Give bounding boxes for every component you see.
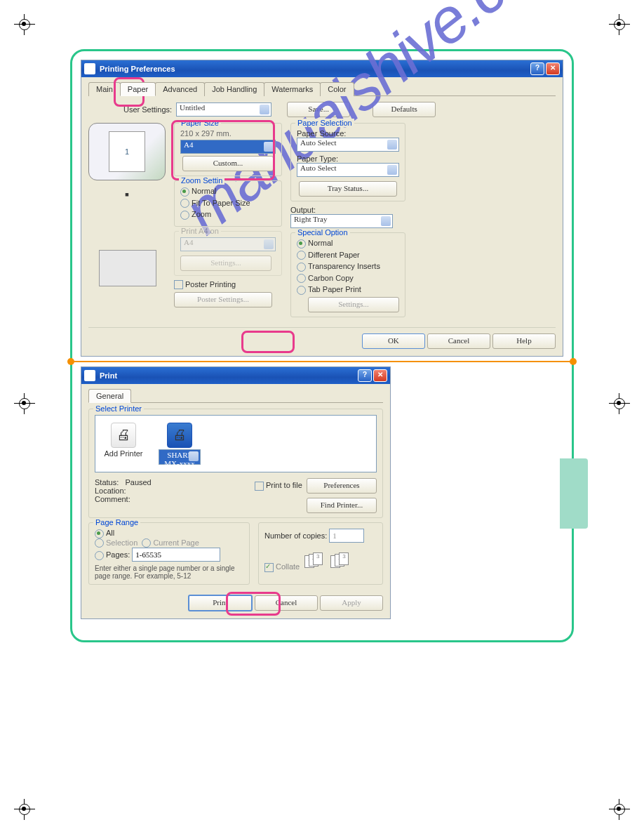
page-range-fieldset: Page Range All Selection Current Page Pa…: [88, 522, 250, 585]
paper-dims: 210 x 297 mm.: [180, 129, 276, 138]
pages-input[interactable]: [132, 548, 220, 562]
tab-advanced[interactable]: Advanced: [155, 82, 205, 96]
print-button[interactable]: Print: [188, 595, 253, 611]
special-normal[interactable]: Normal: [297, 239, 399, 249]
preview-pane: 1 ▪: [88, 123, 166, 322]
apply-button: Apply: [320, 595, 383, 611]
zoom-zoom[interactable]: Zoom: [180, 210, 276, 220]
zoom-fit[interactable]: Fit To Paper Size: [180, 199, 276, 208]
paper-selection-fieldset: Paper Selection Paper Source: Auto Selec…: [290, 123, 405, 201]
help-button-bottom[interactable]: Help: [492, 333, 556, 349]
add-printer-item[interactable]: 🖨 Add Printer: [102, 423, 145, 465]
output-select[interactable]: Right Tray: [290, 214, 393, 228]
comment-label: Comment:: [95, 495, 152, 503]
titlebar: 🖨 Printing Preferences ? ✕: [81, 60, 563, 77]
special-tabpaper[interactable]: Tab Paper Print: [297, 285, 399, 295]
pages-hint: Enter either a single page number or a s…: [95, 564, 243, 580]
zoom-normal[interactable]: Normal: [180, 187, 276, 197]
tab-watermarks[interactable]: Watermarks: [264, 82, 321, 96]
close-button[interactable]: ✕: [546, 62, 560, 75]
paper-size-select[interactable]: A4: [180, 140, 276, 154]
paper-source-select[interactable]: Auto Select: [297, 138, 399, 152]
paper-size-fieldset: Paper Size 210 x 297 mm. A4 Custom...: [174, 123, 282, 176]
location-label: Location:: [95, 486, 152, 495]
collate-check: Collate: [264, 562, 300, 571]
collate-icon: 123: [304, 552, 326, 569]
tab-color[interactable]: Color: [320, 82, 354, 96]
preferences-button[interactable]: Preferences: [307, 478, 377, 494]
printer-icon: 🖨: [84, 63, 95, 74]
printer-icon: 🖨: [84, 370, 95, 381]
orange-divider: [70, 361, 574, 362]
help-button[interactable]: ?: [358, 369, 372, 382]
poster-printing-check[interactable]: Poster Printing: [174, 280, 236, 289]
copies-fieldset: Number of copies: Collate 123 123: [258, 522, 383, 585]
special-transparency[interactable]: Transparency Inserts: [297, 262, 399, 272]
zoom-fieldset: Zoom Settin Normal Fit To Paper Size Zoo…: [174, 180, 282, 227]
special-carbon[interactable]: Carbon Copy: [297, 274, 399, 284]
save-button[interactable]: Save...: [287, 102, 350, 117]
preview-page-num: 1: [109, 131, 145, 172]
range-all[interactable]: All: [95, 529, 114, 537]
paper-type-label: Paper Type:: [297, 154, 399, 163]
special-option-fieldset: Special Option Normal Different Paper Tr…: [290, 232, 405, 317]
collate-icon: 123: [330, 552, 351, 569]
custom-button[interactable]: Custom...: [182, 156, 274, 171]
printer-illustration: [99, 216, 155, 286]
status-label: Status:: [95, 478, 119, 486]
print-window: 🖨 Print ? ✕ General Select Printer 🖨 Add…: [81, 366, 391, 619]
close-button[interactable]: ✕: [373, 369, 387, 382]
print-to-file-check[interactable]: Print to file: [255, 481, 302, 489]
status-value: Paused: [125, 478, 151, 486]
tabs: Main Paper Advanced Job Handling Waterma…: [88, 81, 556, 96]
range-pages[interactable]: Pages:: [95, 550, 130, 559]
paper-source-label: Paper Source:: [297, 129, 399, 138]
printer-item-sharp[interactable]: 🖨 SHARP MX-xxxx: [159, 423, 201, 465]
select-printer-fieldset: Select Printer 🖨 Add Printer 🖨 SHARP MX-…: [88, 409, 383, 518]
poster-settings-button: Poster Settings...: [174, 292, 272, 307]
output-label: Output:: [290, 206, 405, 214]
print-on-settings-button: Settings...: [180, 256, 271, 271]
paper-type-select[interactable]: Auto Select: [297, 163, 399, 177]
range-selection: Selection: [95, 538, 137, 547]
ok-button[interactable]: OK: [362, 333, 425, 349]
special-settings-button: Settings...: [308, 297, 399, 312]
window-title: Print: [100, 371, 117, 380]
cancel-button[interactable]: Cancel: [427, 333, 490, 349]
tab-paper[interactable]: Paper: [120, 82, 156, 96]
copies-input[interactable]: [329, 529, 364, 543]
tray-status-button[interactable]: Tray Status...: [299, 181, 397, 197]
user-settings-select[interactable]: Untitled: [176, 102, 271, 117]
side-tab: [560, 458, 588, 529]
defaults-button[interactable]: Defaults: [373, 102, 436, 117]
cancel-button[interactable]: Cancel: [255, 595, 318, 611]
tab-general[interactable]: General: [88, 389, 131, 403]
print-on-select: A4: [180, 237, 276, 251]
user-settings-label: User Settings:: [123, 105, 172, 114]
tab-job-handling[interactable]: Job Handling: [204, 82, 264, 96]
copies-label: Number of copies:: [264, 531, 327, 540]
highlight-ok: [241, 331, 295, 353]
special-different[interactable]: Different Paper: [297, 251, 399, 260]
printing-preferences-window: 🖨 Printing Preferences ? ✕ Main Paper Ad…: [81, 60, 563, 357]
window-title: Printing Preferences: [100, 65, 175, 73]
find-printer-button[interactable]: Find Printer...: [307, 498, 377, 513]
range-current: Current Page: [142, 538, 199, 547]
print-on-fieldset: Print A4 on A4 Settings...: [174, 231, 282, 276]
titlebar-print: 🖨 Print ? ✕: [81, 367, 390, 384]
document-frame: manualshive.com 🖨 Printing Preferences ?…: [70, 49, 574, 642]
help-button[interactable]: ?: [530, 62, 544, 75]
tab-main[interactable]: Main: [88, 82, 121, 96]
